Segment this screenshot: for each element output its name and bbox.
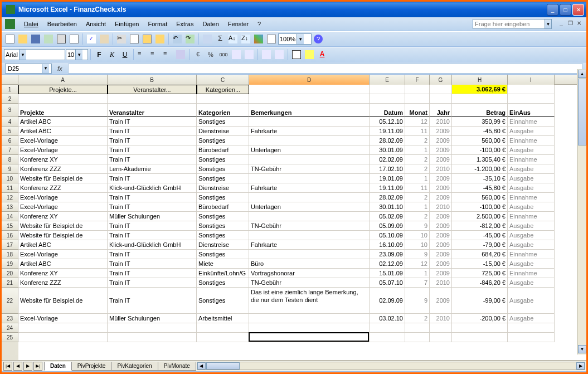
maximize-button[interactable]: □ [560,4,571,16]
cell-E4[interactable]: 05.12.10 [370,117,405,127]
cell-D7[interactable]: Unterlagen [249,145,370,155]
cell-C6[interactable]: Sonstiges [197,136,249,145]
cell-B9[interactable]: Lern-Akademie [108,164,197,174]
cell-A2[interactable] [18,94,108,104]
cell-B24[interactable] [108,323,197,333]
cell-E15[interactable]: 05.09.09 [370,221,405,231]
cell-E9[interactable]: 17.02.10 [370,164,405,174]
permissions-button[interactable] [42,33,55,45]
cell-I14[interactable]: Einnahme [508,212,555,221]
cell-A18[interactable]: Excel-Vorlage [18,250,108,259]
cell-G25[interactable] [430,333,452,342]
cell-H19[interactable]: -15,00 € [452,259,508,269]
cell-D6[interactable] [249,136,370,145]
cell-A20[interactable]: Konferenz XY [18,269,108,278]
row-header-23[interactable]: 23 [2,314,18,323]
row-header-21[interactable]: 21 [2,278,18,288]
tab-next-button[interactable]: ▶ [23,362,32,371]
decrease-indent-button[interactable] [260,48,273,61]
cell-F2[interactable] [405,94,430,104]
cell-G7[interactable]: 2009 [430,145,452,155]
underline-button[interactable]: U [119,48,131,61]
menu-ansicht[interactable]: Ansicht [81,19,110,29]
cell-B13[interactable]: Train IT [108,202,197,212]
cell-C9[interactable]: Sonstiges [197,164,249,174]
cell-G16[interactable]: 2009 [430,231,452,240]
vertical-scrollbar[interactable]: ▲ ▼ [577,69,586,354]
cell-G18[interactable]: 2009 [430,250,452,259]
decrease-decimal-button[interactable] [243,48,255,61]
cell-G6[interactable]: 2009 [430,136,452,145]
select-all-corner[interactable] [2,75,18,85]
row-header-9[interactable]: 9 [2,164,18,174]
cell-G24[interactable] [430,323,452,333]
cell-A9[interactable]: Konferenz ZZZ [18,164,108,174]
cell-H25[interactable] [452,333,508,342]
cell-I8[interactable]: Einnahme [508,155,555,164]
cell-A25[interactable] [18,333,108,342]
cell-D5[interactable]: Fahrkarte [249,127,370,136]
cell-H16[interactable]: -45,00 € [452,231,508,240]
app-menu-icon[interactable] [5,19,15,29]
cell-A16[interactable]: Website für Beispiel.de [18,231,108,240]
sum-cell[interactable]: 3.062,69 € [452,85,508,94]
cell-G2[interactable] [430,94,452,104]
cell-A7[interactable]: Excel-Vorlage [18,145,108,155]
cell-E25[interactable] [370,333,405,342]
cell-F24[interactable] [405,323,430,333]
tab-last-button[interactable]: ▶| [33,362,42,371]
cell-F13[interactable]: 1 [405,202,430,212]
help-search-input[interactable] [473,19,545,29]
print-preview-button[interactable] [68,33,80,45]
cell-E20[interactable]: 15.01.09 [370,269,405,278]
cell-H20[interactable]: 725,00 € [452,269,508,278]
menu-einfuegen[interactable]: Einfügen [110,19,143,29]
cell-E16[interactable]: 05.10.09 [370,231,405,240]
cell-G10[interactable]: 2009 [430,174,452,183]
minimize-button[interactable]: _ [547,4,558,16]
cell-E18[interactable]: 23.09.09 [370,250,405,259]
cell-I1[interactable] [508,85,555,94]
row-header-15[interactable]: 15 [2,221,18,231]
row-header-10[interactable]: 10 [2,174,18,183]
cell-A6[interactable]: Excel-Vorlage [18,136,108,145]
cell-F18[interactable]: 9 [405,250,430,259]
menu-bearbeiten[interactable]: Bearbeiten [43,19,81,29]
cell-B20[interactable]: Train IT [108,269,197,278]
cell-B6[interactable]: Train IT [108,136,197,145]
cell-G22[interactable]: 2009 [430,288,452,314]
cell-I13[interactable]: Ausgabe [508,202,555,212]
menu-fenster[interactable]: Fenster [223,19,253,29]
merge-center-button[interactable] [174,48,187,61]
cell-I20[interactable]: Einnahme [508,269,555,278]
cell-I17[interactable]: Ausgabe [508,240,555,250]
sheet-tab-pivprojekte[interactable]: PivProjekte [71,362,112,371]
column-header-E[interactable]: E [370,75,405,85]
cell-A13[interactable]: Excel-Vorlage [18,202,108,212]
cell-H18[interactable]: 684,20 € [452,250,508,259]
cell-E2[interactable] [370,94,405,104]
open-button[interactable] [17,33,29,45]
cell-G15[interactable]: 2009 [430,221,452,231]
cell-B17[interactable]: Klick-und-Glücklich GmbH [108,240,197,250]
cell-A12[interactable]: Excel-Vorlage [18,193,108,202]
cell-C13[interactable]: Bürobedarf [197,202,249,212]
cell-I9[interactable]: Ausgabe [508,164,555,174]
cell-H11[interactable]: -45,80 € [452,183,508,193]
cell-H17[interactable]: -79,00 € [452,240,508,250]
cell-I23[interactable]: Ausgabe [508,314,555,323]
cell-A5[interactable]: Artikel ABC [18,127,108,136]
row-header-2[interactable]: 2 [2,94,18,104]
cell-E13[interactable]: 30.01.10 [370,202,405,212]
column-header-H[interactable]: H [452,75,508,85]
cell-E11[interactable]: 19.11.09 [370,183,405,193]
help-search-dropdown[interactable]: ▼ [545,19,552,29]
formula-input[interactable] [68,64,583,74]
cell-A23[interactable]: Excel-Vorlage [18,314,108,323]
row-header-14[interactable]: 14 [2,212,18,221]
cell-C10[interactable]: Sonstiges [197,174,249,183]
header-projekte[interactable]: Projekte [18,104,108,117]
cut-button[interactable]: ✂ [115,33,128,45]
cell-E6[interactable]: 28.02.09 [370,136,405,145]
cell-E23[interactable]: 03.02.10 [370,314,405,323]
